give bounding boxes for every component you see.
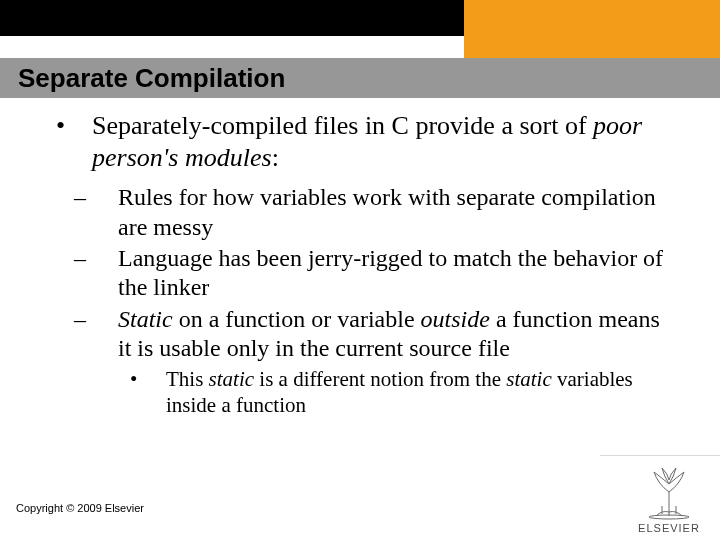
slide-title: Separate Compilation bbox=[18, 63, 285, 94]
bullet1-post: : bbox=[272, 143, 279, 172]
publisher-logo-text: ELSEVIER bbox=[632, 522, 706, 534]
elsevier-tree-icon bbox=[640, 462, 698, 520]
dash-icon: – bbox=[96, 183, 118, 212]
subsub-w2: static bbox=[506, 367, 552, 391]
bullet-level2: –Rules for how variables work with separ… bbox=[56, 183, 676, 242]
sub2-text: Language has been jerry-rigged to match … bbox=[118, 245, 663, 300]
sub3-t1: on a function or variable bbox=[173, 306, 421, 332]
sub3-w1: Static bbox=[118, 306, 173, 332]
sub3-w2: outside bbox=[421, 306, 490, 332]
bullet-level2: –Static on a function or variable outsid… bbox=[56, 305, 676, 364]
copyright-text: Copyright © 2009 Elsevier bbox=[16, 502, 144, 514]
publisher-logo: ELSEVIER bbox=[632, 462, 706, 534]
bullet-level2: –Language has been jerry-rigged to match… bbox=[56, 244, 676, 303]
divider-line bbox=[600, 455, 720, 456]
subsub-t1: This bbox=[166, 367, 209, 391]
sub1-text: Rules for how variables work with separa… bbox=[118, 184, 656, 239]
dash-icon: – bbox=[96, 305, 118, 334]
header-orange-block bbox=[464, 0, 720, 58]
bullet-dot-icon: • bbox=[74, 110, 92, 142]
dash-icon: – bbox=[96, 244, 118, 273]
subsub-t2: is a different notion from the bbox=[254, 367, 506, 391]
bullet-level1: •Separately-compiled files in C provide … bbox=[56, 110, 676, 173]
subsub-w1: static bbox=[209, 367, 255, 391]
title-bar: Separate Compilation bbox=[0, 58, 720, 98]
bullet-dot-icon: • bbox=[148, 367, 166, 393]
bullet-level3: •This static is a different notion from … bbox=[56, 367, 676, 418]
bullet1-pre: Separately-compiled files in C provide a… bbox=[92, 111, 593, 140]
slide-body: •Separately-compiled files in C provide … bbox=[56, 110, 676, 418]
